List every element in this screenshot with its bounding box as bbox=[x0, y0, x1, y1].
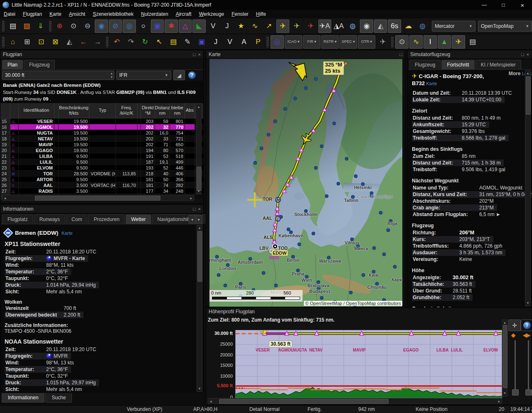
column-header-rm[interactable]: bleibenm bbox=[170, 103, 185, 118]
tab-com[interactable]: Com bbox=[66, 214, 87, 224]
vertical-zoom-handle[interactable] bbox=[512, 389, 519, 396]
tab-ki-mehrspieler[interactable]: KI / Mehrspieler bbox=[475, 60, 521, 69]
menu-karte[interactable]: Karte bbox=[46, 10, 65, 18]
airspace-fir-button[interactable]: FIR ▾ bbox=[303, 35, 320, 49]
profile-hscrollbar[interactable]: ◄ ► bbox=[208, 398, 502, 404]
float-icon[interactable]: □ bbox=[193, 52, 196, 57]
airspace-icao-button[interactable]: ICAO ▾ bbox=[285, 35, 302, 49]
tab-scroll-left-icon[interactable]: ◄ bbox=[189, 215, 195, 224]
navaid-box-icon[interactable]: ▣ bbox=[195, 35, 208, 49]
flightplan-table[interactable]: IdentifikationBeschränkungft/ktsTypFreq.… bbox=[0, 103, 203, 185]
column-header-n[interactable] bbox=[0, 103, 10, 118]
menu-datei[interactable]: Datei bbox=[0, 10, 19, 18]
flightplan-row-lulil[interactable]: 22△LULIL9.50018719,1499 bbox=[0, 159, 203, 165]
search-reset-icon[interactable]: ⊖ bbox=[81, 20, 94, 33]
float-icon[interactable]: □ bbox=[193, 206, 196, 211]
ndb-icon[interactable]: ✱ bbox=[165, 20, 178, 33]
center-mark-icon[interactable]: ⊞ bbox=[20, 35, 34, 49]
map-forward-icon[interactable]: → bbox=[91, 35, 104, 49]
aircraft-track-icon[interactable]: ✈ bbox=[290, 20, 303, 33]
projection-select[interactable]: Mercator▼ bbox=[432, 21, 475, 32]
flightplan-row-veser[interactable]: 15△VESER19.50020359801 bbox=[0, 118, 203, 124]
column-header-s1[interactable] bbox=[54, 103, 59, 118]
flightplan-vscrollbar[interactable]: ▲ ▼ bbox=[196, 104, 202, 194]
map-style-select[interactable]: OpenTopoMap▼ bbox=[478, 21, 532, 32]
tab-prozeduren[interactable]: Prozeduren bbox=[88, 214, 125, 224]
center-aircraft-icon[interactable]: ⊠ bbox=[49, 35, 62, 49]
airspace-rstr-button[interactable]: RSTR ▾ bbox=[321, 35, 339, 49]
dock-tab-suche[interactable]: Suche bbox=[45, 393, 72, 403]
menu-nutzerdaten[interactable]: Nutzerdaten bbox=[137, 10, 172, 18]
dock-aircraft-icon[interactable]: ✈ bbox=[452, 35, 465, 49]
route-leg-icon[interactable]: ∿ bbox=[249, 20, 262, 33]
dock-legend-icon[interactable]: ▤ bbox=[466, 35, 479, 49]
vertical-zoom-slider[interactable] bbox=[515, 340, 516, 394]
airspace-spec-button[interactable]: SPEC ▾ bbox=[340, 35, 357, 49]
profile-plot[interactable]: ✈ 30.563 ft VESERAGMOLNUGTANETAVMAVIPEGA… bbox=[235, 330, 502, 398]
flightplan-row-artor[interactable]: 25△ARTOR9.50018150356 bbox=[0, 177, 203, 182]
airspace-otr-button[interactable]: OTR ▾ bbox=[358, 35, 375, 49]
edit-route-icon[interactable]: ✎ bbox=[181, 35, 194, 49]
simulator-scrollbar[interactable]: ▲ ▼ bbox=[525, 70, 531, 306]
flightplan-row-aal[interactable]: 26◇AAL3.500VORTAC (H)116,7018174282 bbox=[0, 182, 203, 188]
profile-expand-button[interactable]: ✛ bbox=[508, 320, 521, 331]
online-globe-icon[interactable]: ◍ bbox=[416, 20, 429, 33]
column-header-ty[interactable]: Typ bbox=[89, 103, 116, 118]
select-leg-icon[interactable]: ↖ bbox=[153, 35, 166, 49]
flightplan-row-netav[interactable]: 18△NETAV19.50020233721 bbox=[0, 136, 203, 142]
center-flightplan-icon[interactable]: ⊡ bbox=[34, 35, 48, 49]
menu-aircraft[interactable]: Aircraft bbox=[172, 10, 195, 18]
column-header-ic[interactable] bbox=[10, 103, 19, 118]
airport-soft-icon[interactable]: ⊘ bbox=[109, 20, 122, 33]
victor-airway-icon[interactable]: V bbox=[207, 20, 220, 33]
airport-water-icon[interactable]: ◎ bbox=[123, 20, 136, 33]
aircraft-hide-icon[interactable]: ✈ bbox=[304, 20, 318, 33]
altitude-label-icon[interactable]: 6s bbox=[388, 20, 401, 33]
tab-flugzeug[interactable]: Flugzeug bbox=[24, 60, 55, 69]
profile-help-button[interactable]: ? bbox=[521, 320, 532, 331]
parking-icon[interactable]: P bbox=[251, 35, 265, 49]
adjust-icon[interactable]: ◭ bbox=[63, 35, 76, 49]
compass-icon[interactable]: ◉ bbox=[360, 20, 373, 33]
column-header-di[interactable]: Distanznm bbox=[155, 103, 170, 118]
redo-icon[interactable]: ↷ bbox=[124, 35, 138, 49]
tab-plan[interactable]: Plan bbox=[2, 60, 23, 69]
tab-flugplatz[interactable]: Flugplatz bbox=[2, 214, 33, 224]
map-back-icon[interactable]: ← bbox=[77, 35, 90, 49]
cruise-altitude-field[interactable]: 30.000 ft ▲▼ bbox=[2, 71, 114, 80]
column-header-ab[interactable]: Abs bbox=[185, 103, 195, 118]
route-label-v-icon[interactable]: V bbox=[223, 35, 236, 49]
column-header-s2[interactable] bbox=[138, 103, 141, 118]
measure-icon[interactable]: ↗ bbox=[262, 20, 276, 33]
globe-route-icon[interactable]: ◍ bbox=[346, 20, 360, 33]
column-header-fq[interactable]: Freq./kHz/K bbox=[116, 103, 138, 118]
flightplan-row-tor[interactable]: 24◎TOR28.500VORDME (H)113,8521840406 bbox=[0, 171, 203, 177]
airport-hard-icon[interactable]: ◉ bbox=[95, 20, 108, 33]
map-canvas[interactable]: StockholmHelsinkiTallinnСанкт-ПетербургK… bbox=[209, 59, 402, 307]
airspace-donut-icon[interactable]: ◎ bbox=[271, 35, 284, 49]
flightplan-row-lilba[interactable]: 21△LILBA9.50019153518 bbox=[0, 153, 203, 159]
menu-fenster[interactable]: Fenster bbox=[228, 10, 252, 18]
close-icon[interactable]: × bbox=[527, 52, 529, 57]
flightplan-row-elvom[interactable]: 23△ELVOM9.50019352446 bbox=[0, 165, 203, 171]
dock-flightplan-icon[interactable]: ∿ bbox=[409, 35, 423, 49]
search-add-icon[interactable]: ⊕ bbox=[53, 20, 66, 33]
horizontal-zoom-slider[interactable] bbox=[528, 340, 529, 394]
menu-szeneriebibliothek[interactable]: Szeneriebibliothek bbox=[89, 10, 137, 18]
maximize-button[interactable]: □ bbox=[494, 0, 513, 10]
flightplan-row-radis[interactable]: 27△RADIS3.50017734248 bbox=[0, 188, 203, 194]
column-header-cr[interactable]: Direkt°M bbox=[141, 103, 155, 118]
flightplan-row-egago[interactable]: 20△EGAGO19.50019480570 bbox=[0, 148, 203, 153]
tab-fortschritt[interactable]: Fortschritt bbox=[441, 60, 474, 69]
aircraft-icon[interactable]: ✈ bbox=[276, 20, 290, 33]
vor-icon[interactable]: ▣ bbox=[151, 20, 164, 33]
minimize-button[interactable]: — bbox=[475, 0, 494, 10]
search-icon[interactable]: ⊙ bbox=[67, 20, 80, 33]
save-flightplan-icon[interactable]: ⇓ bbox=[34, 20, 47, 33]
float-icon[interactable]: □ bbox=[399, 52, 402, 57]
airport-label-icon[interactable]: ✈A bbox=[318, 20, 332, 33]
adjust-altitude-button[interactable]: ◢ bbox=[173, 70, 185, 80]
open-flightplan-icon[interactable]: ▨ bbox=[20, 20, 34, 33]
append-position-icon[interactable]: ▤ bbox=[167, 35, 180, 49]
menu-flugplan[interactable]: Flugplan bbox=[19, 10, 46, 18]
